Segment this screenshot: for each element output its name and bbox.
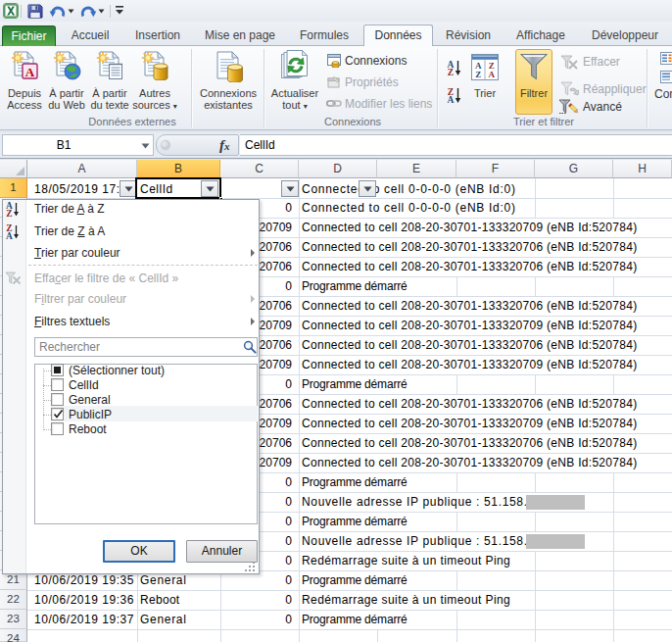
- svg-text:Z: Z: [6, 209, 12, 218]
- svg-text:A: A: [475, 61, 482, 71]
- svg-text:Z: Z: [448, 68, 454, 76]
- svg-text:Z: Z: [489, 61, 495, 71]
- svg-text:A: A: [6, 231, 13, 240]
- svg-text:A: A: [488, 70, 495, 79]
- svg-text:Z: Z: [475, 70, 481, 79]
- svg-text:A: A: [25, 65, 35, 79]
- svg-text:A: A: [448, 95, 455, 104]
